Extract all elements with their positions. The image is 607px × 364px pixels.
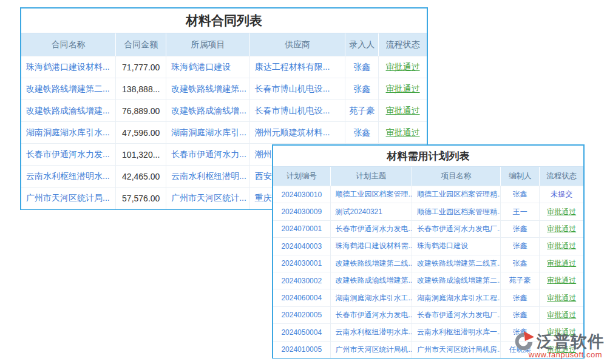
plan-compiler-cell[interactable]: 张鑫: [501, 221, 540, 237]
contract-amount-cell: 101,320...: [116, 144, 166, 165]
plan-compiler-cell[interactable]: 张鑫: [501, 238, 540, 254]
plan-no-cell[interactable]: 2024060004: [273, 289, 331, 306]
plan-compiler-cell[interactable]: 王一: [501, 203, 540, 220]
contract-list-title: 材料合同列表: [21, 8, 427, 33]
contract-status-cell[interactable]: 审批通过: [379, 100, 427, 121]
column-header: 合同名称: [21, 33, 116, 56]
plan-project-cell[interactable]: 珠海鹤港口建设: [412, 238, 501, 254]
contract-supplier-cell[interactable]: 潮州元顺建筑材料...: [250, 122, 346, 143]
contract-supplier-cell[interactable]: 康达工程材料有限...: [250, 56, 346, 78]
plan-project-cell[interactable]: 长春市伊通河水力发电厂...: [412, 221, 501, 237]
plan-no-cell[interactable]: 2024010005: [273, 342, 331, 358]
contract-amount-cell: 71,777.00: [116, 56, 166, 78]
plan-status-cell[interactable]: 未提交: [540, 186, 583, 203]
column-header: 流程状态: [540, 167, 583, 186]
plan-subject-cell[interactable]: 顺德工业园区档案管理...: [331, 186, 412, 203]
contract-name-cell[interactable]: 改建铁路线增建第二...: [21, 78, 116, 99]
table-row: 2024020005长春市伊通河水力发电...长春市伊通河水力发电厂...张鑫审…: [273, 306, 583, 323]
contract-status-cell[interactable]: 审批通过: [379, 122, 427, 143]
plan-no-cell[interactable]: 2024030010: [273, 186, 331, 203]
column-header: 编制人: [501, 167, 540, 186]
plan-status-cell[interactable]: 审批通过: [540, 307, 583, 323]
contract-amount-cell: 76,889.00: [116, 100, 166, 121]
brand-name: 泛普软件: [537, 331, 605, 352]
contract-amount-cell: 42,465.00: [116, 166, 166, 187]
plan-compiler-cell[interactable]: 张鑫: [501, 255, 540, 272]
plan-subject-cell[interactable]: 长春市伊通河水力发电...: [331, 307, 412, 323]
plan-no-cell[interactable]: 2024030009: [273, 203, 331, 220]
contract-entry-cell[interactable]: 张鑫: [345, 78, 379, 99]
plan-subject-cell[interactable]: 珠海鹤港口建设材料需...: [331, 238, 412, 254]
plan-no-cell[interactable]: 2024040003: [273, 238, 331, 254]
plan-project-cell[interactable]: 顺德工业园区档案管理精...: [412, 203, 501, 220]
contract-status-cell[interactable]: 审批通过: [379, 78, 427, 99]
plan-status-cell[interactable]: 审批通过: [540, 255, 583, 272]
plan-list-title: 材料需用计划列表: [273, 146, 583, 166]
contract-name-cell[interactable]: 广州市天河区统计局...: [21, 188, 116, 209]
plan-compiler-cell[interactable]: 苑子豪: [501, 272, 540, 289]
table-row: 珠海鹤港口建设材料...71,777.00珠海鹤港口建设康达工程材料有限...张…: [21, 56, 427, 78]
column-header: 项目名称: [412, 167, 501, 186]
plan-project-cell[interactable]: 广州市天河区统计局机房...: [412, 342, 501, 358]
contract-entry-cell[interactable]: 张鑫: [345, 122, 379, 143]
plan-table-header: 计划编号计划主题项目名称编制人流程状态: [273, 166, 583, 186]
contract-supplier-cell[interactable]: 长春市博山机电设...: [250, 100, 346, 121]
contract-project-cell[interactable]: 广州市天河区统计...: [166, 188, 250, 209]
plan-subject-cell[interactable]: 改建铁路成渝线增建第...: [331, 272, 412, 289]
plan-subject-cell[interactable]: 云南水利枢纽潜明水库...: [331, 324, 412, 340]
plan-compiler-cell[interactable]: 张鑫: [501, 289, 540, 306]
plan-status-cell[interactable]: 审批通过: [540, 221, 583, 237]
contract-name-cell[interactable]: 云南水利枢纽潜明水...: [21, 166, 116, 187]
contract-entry-cell[interactable]: 苑子豪: [345, 100, 379, 121]
plan-status-cell[interactable]: 审批通过: [540, 238, 583, 254]
brand-watermark: 泛普软件 www.fanpusoft.com: [512, 330, 605, 359]
plan-status-cell[interactable]: 审批通过: [540, 203, 583, 220]
contract-project-cell[interactable]: 长春市伊通河水力...: [166, 144, 250, 165]
plan-no-cell[interactable]: 2024030001: [273, 255, 331, 272]
plan-compiler-cell[interactable]: 张鑫: [501, 307, 540, 323]
contract-amount-cell: 57,576.00: [116, 188, 166, 209]
plan-project-cell[interactable]: 云南水利枢纽潜明水库一...: [412, 324, 501, 340]
contract-project-cell[interactable]: 珠海鹤港口建设: [166, 56, 250, 78]
table-row: 2024060004湖南洞庭湖水库引水工...湖南洞庭湖水库引水工程...张鑫审…: [273, 289, 583, 306]
plan-compiler-cell[interactable]: 张鑫: [501, 186, 540, 203]
contract-name-cell[interactable]: 珠海鹤港口建设材料...: [21, 56, 116, 78]
plan-no-cell[interactable]: 2024070001: [273, 221, 331, 237]
column-header: 录入人: [345, 33, 379, 56]
plan-no-cell[interactable]: 2024050004: [273, 324, 331, 340]
plan-subject-cell[interactable]: 长春市伊通河水力发电...: [331, 221, 412, 237]
plan-project-cell[interactable]: 顺德工业园区档案管理精...: [412, 186, 501, 203]
plan-status-cell[interactable]: 审批通过: [540, 272, 583, 289]
table-row: 湖南洞庭湖水库引水...47,596.00湖南洞庭湖水库引...潮州元顺建筑材料…: [21, 121, 427, 143]
contract-project-cell[interactable]: 湖南洞庭湖水库引...: [166, 122, 250, 143]
table-row: 2024070001长春市伊通河水力发电...长春市伊通河水力发电厂...张鑫审…: [273, 220, 583, 237]
contract-entry-cell[interactable]: 张鑫: [345, 56, 379, 78]
contract-amount-cell: 138,888...: [116, 78, 166, 99]
table-row: 2024040003珠海鹤港口建设材料需...珠海鹤港口建设张鑫审批通过: [273, 237, 583, 254]
column-header: 所属项目: [166, 33, 250, 56]
plan-project-cell[interactable]: 长春市伊通河水力发电厂...: [412, 307, 501, 323]
table-row: 2024030010顺德工业园区档案管理...顺德工业园区档案管理精...张鑫未…: [273, 186, 583, 203]
plan-subject-cell[interactable]: 广州市天河区统计局机...: [331, 342, 412, 358]
contract-project-cell[interactable]: 云南水利枢纽潜明...: [166, 166, 250, 187]
plan-subject-cell[interactable]: 测试20240321: [331, 203, 412, 220]
plan-list-panel: 材料需用计划列表 计划编号计划主题项目名称编制人流程状态 2024030010顺…: [272, 144, 585, 359]
contract-project-cell[interactable]: 改建铁路成渝线增...: [166, 100, 250, 121]
plan-subject-cell[interactable]: 改建铁路线增建第二线...: [331, 255, 412, 272]
plan-status-cell[interactable]: 审批通过: [540, 289, 583, 306]
plan-project-cell[interactable]: 改建铁路线增建第二线直...: [412, 255, 501, 272]
column-header: 合同金额: [116, 33, 166, 56]
contract-name-cell[interactable]: 湖南洞庭湖水库引水...: [21, 122, 116, 143]
contract-name-cell[interactable]: 改建铁路成渝线增建...: [21, 100, 116, 121]
contract-project-cell[interactable]: 改建铁路线增建第...: [166, 78, 250, 99]
contract-table-header: 合同名称合同金额所属项目供应商录入人流程状态: [21, 33, 427, 56]
plan-subject-cell[interactable]: 湖南洞庭湖水库引水工...: [331, 289, 412, 306]
plan-project-cell[interactable]: 湖南洞庭湖水库引水工程...: [412, 289, 501, 306]
plan-no-cell[interactable]: 2024020005: [273, 307, 331, 323]
plan-project-cell[interactable]: 改建铁路成渝线增建第二...: [412, 272, 501, 289]
contract-name-cell[interactable]: 长春市伊通河水力发...: [21, 144, 116, 165]
plan-no-cell[interactable]: 2024030002: [273, 272, 331, 289]
contract-status-cell[interactable]: 审批通过: [379, 56, 427, 78]
contract-supplier-cell[interactable]: 长春市博山机电设...: [250, 78, 346, 99]
table-row: 2024030002改建铁路成渝线增建第...改建铁路成渝线增建第二...苑子豪…: [273, 272, 583, 289]
